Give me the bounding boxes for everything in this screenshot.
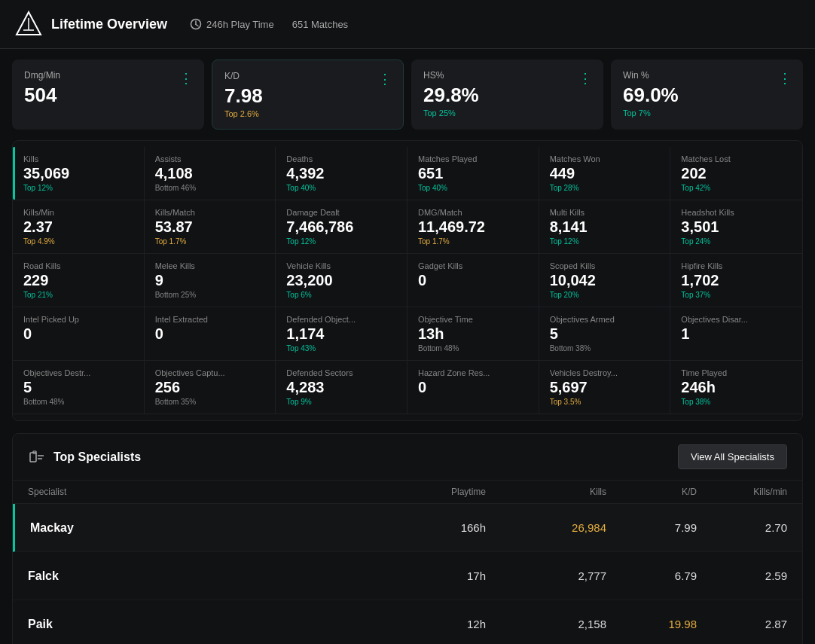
stat-cell-2-2: Vehicle Kills 23,200 Top 6% (276, 254, 408, 307)
stat-value-2-0: 229 (23, 272, 133, 289)
stat-label-4-2: Defended Sectors (286, 368, 396, 377)
specialist-kills-1: 2,777 (486, 569, 606, 582)
stat-sub-2-0: Top 21% (23, 291, 133, 299)
view-all-specialists-button[interactable]: View All Specialists (678, 444, 787, 469)
stat-cell-3-4: Objectives Armed 5 Bottom 38% (539, 307, 671, 361)
stat-sub-0-1: Bottom 46% (155, 184, 265, 192)
stat-label-3-4: Objectives Armed (550, 315, 660, 324)
playtime-label: 246h Play Time (206, 19, 274, 30)
matches-label: 651 Matches (292, 19, 348, 30)
stat-sub-2-2: Top 6% (286, 291, 396, 299)
stat-value-0-1: 4,108 (155, 165, 265, 182)
col-kills: Kills (486, 487, 606, 497)
stat-label-2-5: Hipfire Kills (681, 261, 792, 270)
stat-value-3-3: 13h (418, 325, 528, 343)
top-card-sub-1: Top 2.6% (224, 109, 391, 118)
stat-sub-0-4: Top 28% (550, 184, 660, 192)
table-header: Specialist Playtime Kills K/D Kills/min (13, 481, 802, 504)
stat-label-4-5: Time Played (681, 368, 792, 377)
stat-sub-4-4: Top 3.5% (550, 398, 660, 406)
specialist-kd-2: 19.98 (606, 618, 697, 630)
stat-value-4-0: 5 (23, 379, 133, 396)
top-card-menu-1[interactable]: ⋮ (378, 71, 392, 87)
stat-sub-2-1: Bottom 25% (155, 291, 265, 299)
stat-sub-4-5: Top 38% (681, 398, 792, 406)
stat-cell-2-3: Gadget Kills 0 (408, 254, 539, 307)
clock-icon (190, 18, 202, 30)
stat-cell-3-3: Objective Time 13h Bottom 48% (408, 307, 539, 361)
specialist-kpm-0: 2.70 (697, 521, 787, 534)
top-card-menu-2[interactable]: ⋮ (578, 70, 593, 87)
stat-label-1-2: Damage Dealt (286, 208, 396, 217)
stat-cell-2-4: Scoped Kills 10,042 Top 20% (539, 254, 671, 307)
stat-cell-0-5: Matches Lost 202 Top 42% (670, 147, 802, 200)
stat-value-1-5: 3,501 (681, 218, 792, 236)
stat-cell-1-5: Headshot Kills 3,501 Top 24% (670, 200, 802, 254)
stat-cell-2-5: Hipfire Kills 1,702 Top 37% (670, 254, 802, 307)
col-specialist: Specialist (28, 487, 365, 497)
stat-cell-1-1: Kills/Match 53.87 Top 1.7% (145, 200, 276, 254)
stat-label-3-3: Objective Time (418, 315, 528, 324)
specialist-playtime-2: 12h (365, 618, 486, 630)
stat-label-0-4: Matches Won (550, 154, 660, 163)
stat-label-3-5: Objectives Disar... (681, 315, 792, 324)
stat-value-3-2: 1,174 (286, 325, 396, 343)
stat-label-1-0: Kills/Min (23, 208, 133, 217)
stat-sub-1-4: Top 12% (550, 237, 660, 246)
stat-label-4-0: Objectives Destr... (23, 368, 133, 377)
stat-cell-0-4: Matches Won 449 Top 28% (539, 147, 671, 200)
stat-cell-2-1: Melee Kills 9 Bottom 25% (145, 254, 276, 307)
stat-cell-1-2: Damage Dealt 7,466,786 Top 12% (276, 200, 408, 254)
stat-indicator (13, 147, 15, 200)
stat-label-2-0: Road Kills (23, 261, 133, 270)
stat-cell-4-0: Objectives Destr... 5 Bottom 48% (13, 361, 145, 414)
stat-sub-2-5: Top 37% (681, 291, 792, 299)
top-card-1: K/D 7.98 Top 2.6% ⋮ (212, 60, 404, 130)
stat-value-2-1: 9 (155, 272, 265, 289)
stat-value-1-0: 2.37 (23, 218, 133, 236)
stat-cell-1-0: Kills/Min 2.37 Top 4.9% (13, 200, 145, 254)
stat-label-3-1: Intel Extracted (155, 315, 265, 324)
specialist-kd-0: 7.99 (606, 521, 697, 534)
specialist-kpm-2: 2.87 (697, 618, 787, 630)
stat-label-2-2: Vehicle Kills (286, 261, 396, 270)
stat-value-3-4: 5 (550, 325, 660, 343)
stat-value-2-2: 23,200 (286, 272, 396, 289)
top-card-menu-0[interactable]: ⋮ (179, 70, 194, 87)
top-card-value-1: 7.98 (224, 84, 391, 108)
top-card-label-0: Dmg/Min (24, 70, 192, 81)
stat-cell-1-4: Multi Kills 8,141 Top 12% (539, 200, 671, 254)
stat-sub-1-2: Top 12% (286, 237, 396, 246)
stat-cell-1-3: DMG/Match 11,469.72 Top 1.7% (408, 200, 539, 254)
top-card-menu-3[interactable]: ⋮ (778, 70, 792, 87)
stat-sub-1-5: Top 24% (681, 237, 792, 246)
header-meta: 246h Play Time 651 Matches (190, 18, 348, 30)
stat-cell-3-1: Intel Extracted 0 (145, 307, 276, 361)
top-card-value-2: 29.8% (423, 84, 591, 107)
stat-value-3-5: 1 (681, 325, 792, 343)
stat-label-0-5: Matches Lost (681, 154, 792, 163)
stat-value-4-1: 256 (155, 379, 265, 396)
specialist-row-1[interactable]: Falck 17h 2,777 6.79 2.59 (13, 552, 802, 600)
stat-label-1-4: Multi Kills (550, 208, 660, 217)
stat-label-4-4: Vehicles Destroy... (550, 368, 660, 377)
col-playtime: Playtime (365, 487, 486, 497)
stat-cell-3-5: Objectives Disar... 1 (670, 307, 802, 361)
specialist-row-0[interactable]: Mackay 166h 26,984 7.99 2.70 (13, 504, 802, 552)
specialist-row-2[interactable]: Paik 12h 2,158 19.98 2.87 (13, 600, 802, 644)
specialist-kd-1: 6.79 (606, 569, 697, 582)
top-card-label-1: K/D (224, 71, 391, 81)
top-card-sub-3: Top 7% (623, 108, 791, 118)
stat-value-3-1: 0 (155, 325, 265, 343)
stat-value-0-0: 35,069 (23, 165, 133, 182)
header: Lifetime Overview 246h Play Time 651 Mat… (0, 0, 815, 49)
stat-sub-3-2: Top 43% (286, 344, 396, 353)
stat-sub-2-4: Top 20% (550, 291, 660, 299)
specialist-name-0: Mackay (30, 521, 365, 535)
stat-sub-3-4: Bottom 38% (550, 344, 660, 353)
stat-cell-2-0: Road Kills 229 Top 21% (13, 254, 145, 307)
stat-value-0-5: 202 (681, 165, 792, 182)
stat-sub-1-3: Top 1.7% (418, 237, 528, 246)
stat-label-0-1: Assists (155, 154, 265, 163)
top-card-sub-2: Top 25% (423, 108, 591, 118)
